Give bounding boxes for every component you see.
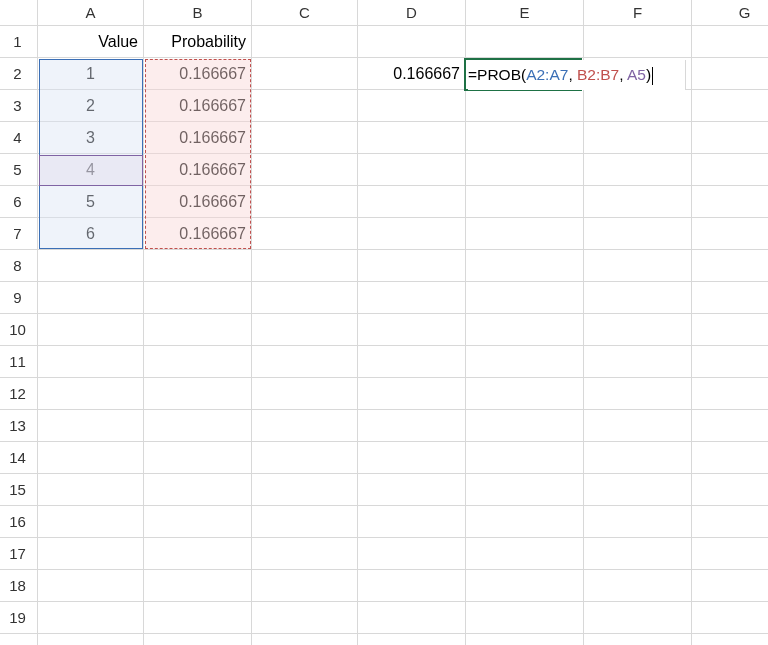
cell-G7[interactable] (692, 218, 768, 250)
cell-F19[interactable] (584, 602, 692, 634)
cell-A3[interactable]: 2 (38, 90, 144, 122)
row-header-14[interactable]: 14 (0, 442, 38, 474)
cell-F20[interactable] (584, 634, 692, 645)
col-header-F[interactable]: F (584, 0, 692, 26)
cell-A16[interactable] (38, 506, 144, 538)
row-header-15[interactable]: 15 (0, 474, 38, 506)
cell-E19[interactable] (466, 602, 584, 634)
cell-D2[interactable]: 0.166667 (358, 58, 466, 90)
cell-F11[interactable] (584, 346, 692, 378)
cell-D12[interactable] (358, 378, 466, 410)
cell-F6[interactable] (584, 186, 692, 218)
cell-E10[interactable] (466, 314, 584, 346)
cell-B1[interactable]: Probability (144, 26, 252, 58)
row-header-20[interactable]: 20 (0, 634, 38, 645)
cell-C10[interactable] (252, 314, 358, 346)
cell-B2[interactable]: 0.166667 (144, 58, 252, 90)
cell-D8[interactable] (358, 250, 466, 282)
cell-D15[interactable] (358, 474, 466, 506)
row-header-2[interactable]: 2 (0, 58, 38, 90)
cell-F16[interactable] (584, 506, 692, 538)
cell-B13[interactable] (144, 410, 252, 442)
cell-G11[interactable] (692, 346, 768, 378)
cell-B4[interactable]: 0.166667 (144, 122, 252, 154)
cell-B8[interactable] (144, 250, 252, 282)
cell-D1[interactable] (358, 26, 466, 58)
cell-E14[interactable] (466, 442, 584, 474)
row-header-12[interactable]: 12 (0, 378, 38, 410)
row-header-10[interactable]: 10 (0, 314, 38, 346)
cell-F13[interactable] (584, 410, 692, 442)
cell-G19[interactable] (692, 602, 768, 634)
cell-D11[interactable] (358, 346, 466, 378)
cell-A11[interactable] (38, 346, 144, 378)
cell-B7[interactable]: 0.166667 (144, 218, 252, 250)
cell-C4[interactable] (252, 122, 358, 154)
cell-E17[interactable] (466, 538, 584, 570)
col-header-G[interactable]: G (692, 0, 768, 26)
cell-E8[interactable] (466, 250, 584, 282)
cell-G14[interactable] (692, 442, 768, 474)
cell-D5[interactable] (358, 154, 466, 186)
cell-F17[interactable] (584, 538, 692, 570)
cell-D17[interactable] (358, 538, 466, 570)
row-header-11[interactable]: 11 (0, 346, 38, 378)
cell-C19[interactable] (252, 602, 358, 634)
cell-A1[interactable]: Value (38, 26, 144, 58)
row-header-4[interactable]: 4 (0, 122, 38, 154)
cell-D3[interactable] (358, 90, 466, 122)
cell-B9[interactable] (144, 282, 252, 314)
cell-C12[interactable] (252, 378, 358, 410)
row-header-6[interactable]: 6 (0, 186, 38, 218)
cell-A15[interactable] (38, 474, 144, 506)
cell-D20[interactable] (358, 634, 466, 645)
row-header-17[interactable]: 17 (0, 538, 38, 570)
cell-C20[interactable] (252, 634, 358, 645)
row-header-18[interactable]: 18 (0, 570, 38, 602)
cell-C18[interactable] (252, 570, 358, 602)
cell-F3[interactable] (584, 90, 692, 122)
cell-E5[interactable] (466, 154, 584, 186)
cell-B19[interactable] (144, 602, 252, 634)
cell-D6[interactable] (358, 186, 466, 218)
cell-C11[interactable] (252, 346, 358, 378)
cell-A13[interactable] (38, 410, 144, 442)
row-header-3[interactable]: 3 (0, 90, 38, 122)
cell-D4[interactable] (358, 122, 466, 154)
cell-A18[interactable] (38, 570, 144, 602)
cell-B5[interactable]: 0.166667 (144, 154, 252, 186)
cell-C9[interactable] (252, 282, 358, 314)
cell-B18[interactable] (144, 570, 252, 602)
cell-F1[interactable] (584, 26, 692, 58)
cell-B20[interactable] (144, 634, 252, 645)
cell-F12[interactable] (584, 378, 692, 410)
cell-E12[interactable] (466, 378, 584, 410)
col-header-C[interactable]: C (252, 0, 358, 26)
col-header-E[interactable]: E (466, 0, 584, 26)
cell-A12[interactable] (38, 378, 144, 410)
row-header-13[interactable]: 13 (0, 410, 38, 442)
row-header-9[interactable]: 9 (0, 282, 38, 314)
cell-D19[interactable] (358, 602, 466, 634)
col-header-B[interactable]: B (144, 0, 252, 26)
cell-F7[interactable] (584, 218, 692, 250)
cell-E13[interactable] (466, 410, 584, 442)
cell-E6[interactable] (466, 186, 584, 218)
row-header-5[interactable]: 5 (0, 154, 38, 186)
cell-A2[interactable]: 1 (38, 58, 144, 90)
cell-G6[interactable] (692, 186, 768, 218)
cell-A6[interactable]: 5 (38, 186, 144, 218)
cell-C6[interactable] (252, 186, 358, 218)
cell-G4[interactable] (692, 122, 768, 154)
cell-G17[interactable] (692, 538, 768, 570)
cell-B3[interactable]: 0.166667 (144, 90, 252, 122)
cell-C16[interactable] (252, 506, 358, 538)
cell-C13[interactable] (252, 410, 358, 442)
cell-E3[interactable] (466, 90, 584, 122)
cell-F10[interactable] (584, 314, 692, 346)
cell-F18[interactable] (584, 570, 692, 602)
cell-G20[interactable] (692, 634, 768, 645)
cell-C1[interactable] (252, 26, 358, 58)
cell-G9[interactable] (692, 282, 768, 314)
cell-D7[interactable] (358, 218, 466, 250)
